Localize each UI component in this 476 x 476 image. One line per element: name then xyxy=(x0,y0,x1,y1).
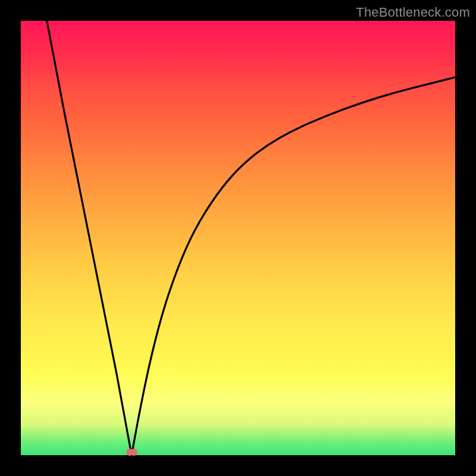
plot-area xyxy=(21,21,455,455)
watermark-text: TheBottleneck.com xyxy=(356,5,470,20)
chart-frame: TheBottleneck.com xyxy=(0,0,476,476)
curve-svg xyxy=(21,21,455,455)
bottleneck-curve xyxy=(47,21,455,455)
